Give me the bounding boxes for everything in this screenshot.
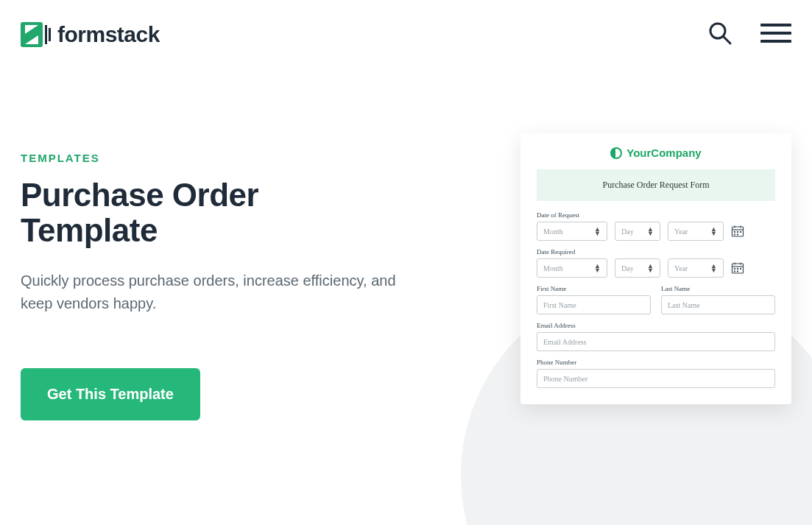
month-select[interactable]: Month ▲▼ bbox=[537, 258, 607, 278]
company-name: YourCompany bbox=[626, 147, 701, 159]
calendar-icon[interactable] bbox=[731, 225, 744, 238]
page-title: Purchase Order Template bbox=[21, 177, 403, 249]
year-select-value: Year bbox=[674, 228, 688, 236]
phone-placeholder: Phone Number bbox=[543, 375, 587, 383]
svg-rect-16 bbox=[740, 231, 741, 233]
menu-icon[interactable] bbox=[760, 24, 791, 46]
year-select-value: Year bbox=[674, 264, 688, 272]
date-of-request-row: Month ▲▼ Day ▲▼ Year ▲▼ bbox=[537, 222, 775, 241]
svg-rect-18 bbox=[737, 234, 738, 236]
email-input[interactable]: Email Address bbox=[537, 332, 775, 351]
svg-rect-9 bbox=[760, 40, 791, 43]
day-select-value: Day bbox=[621, 228, 634, 236]
month-select[interactable]: Month ▲▼ bbox=[537, 222, 607, 241]
svg-rect-3 bbox=[45, 25, 47, 44]
first-name-label: First Name bbox=[537, 285, 651, 292]
last-name-input[interactable]: Last Name bbox=[661, 295, 775, 314]
svg-rect-8 bbox=[760, 32, 791, 35]
first-name-placeholder: First Name bbox=[543, 301, 576, 309]
svg-rect-17 bbox=[734, 234, 735, 236]
day-select-value: Day bbox=[621, 264, 634, 272]
brand-logo[interactable]: formstack bbox=[21, 21, 160, 49]
phone-input[interactable]: Phone Number bbox=[537, 369, 775, 388]
eyebrow: TEMPLATES bbox=[21, 152, 403, 164]
select-caret-icon: ▲▼ bbox=[594, 227, 601, 236]
select-caret-icon: ▲▼ bbox=[647, 264, 654, 272]
select-caret-icon: ▲▼ bbox=[710, 264, 717, 272]
date-required-label: Date Required bbox=[537, 248, 775, 256]
svg-rect-24 bbox=[737, 268, 738, 269]
day-select[interactable]: Day ▲▼ bbox=[615, 258, 660, 278]
first-name-input[interactable]: First Name bbox=[537, 295, 651, 314]
header-actions bbox=[707, 21, 791, 49]
select-caret-icon: ▲▼ bbox=[647, 227, 654, 236]
email-placeholder: Email Address bbox=[543, 338, 587, 346]
svg-rect-23 bbox=[734, 268, 735, 269]
svg-rect-25 bbox=[740, 268, 741, 269]
last-name-label: Last Name bbox=[661, 285, 775, 292]
brand-name: formstack bbox=[57, 22, 160, 47]
svg-rect-4 bbox=[49, 28, 51, 41]
month-select-value: Month bbox=[543, 264, 563, 272]
select-caret-icon: ▲▼ bbox=[710, 227, 717, 236]
year-select[interactable]: Year ▲▼ bbox=[668, 222, 724, 241]
svg-rect-26 bbox=[734, 271, 735, 272]
site-header: formstack bbox=[0, 0, 812, 49]
brand-logo-mark bbox=[21, 21, 53, 49]
date-required-row: Month ▲▼ Day ▲▼ Year ▲▼ bbox=[537, 258, 775, 278]
month-select-value: Month bbox=[543, 228, 563, 236]
phone-label: Phone Number bbox=[537, 359, 775, 366]
get-template-button[interactable]: Get This Template bbox=[21, 368, 200, 420]
form-company-logo: YourCompany bbox=[537, 147, 775, 159]
form-card: YourCompany Purchase Order Request Form … bbox=[520, 133, 791, 404]
form-preview: YourCompany Purchase Order Request Form … bbox=[520, 133, 791, 404]
year-select[interactable]: Year ▲▼ bbox=[668, 258, 724, 278]
svg-rect-27 bbox=[737, 271, 738, 272]
svg-rect-7 bbox=[760, 24, 791, 27]
page-description: Quickly process purchase orders, increas… bbox=[21, 269, 403, 315]
search-icon[interactable] bbox=[707, 21, 732, 49]
select-caret-icon: ▲▼ bbox=[594, 264, 601, 272]
svg-rect-15 bbox=[737, 231, 738, 233]
form-title-banner: Purchase Order Request Form bbox=[537, 169, 775, 201]
last-name-placeholder: Last Name bbox=[668, 301, 700, 309]
date-of-request-label: Date of Request bbox=[537, 211, 775, 219]
company-logo-icon bbox=[610, 147, 622, 159]
svg-line-6 bbox=[724, 37, 730, 43]
hero-content: TEMPLATES Purchase Order Template Quickl… bbox=[21, 152, 403, 420]
calendar-icon[interactable] bbox=[731, 261, 744, 275]
svg-rect-14 bbox=[734, 231, 735, 233]
day-select[interactable]: Day ▲▼ bbox=[615, 222, 660, 241]
email-label: Email Address bbox=[537, 322, 775, 329]
